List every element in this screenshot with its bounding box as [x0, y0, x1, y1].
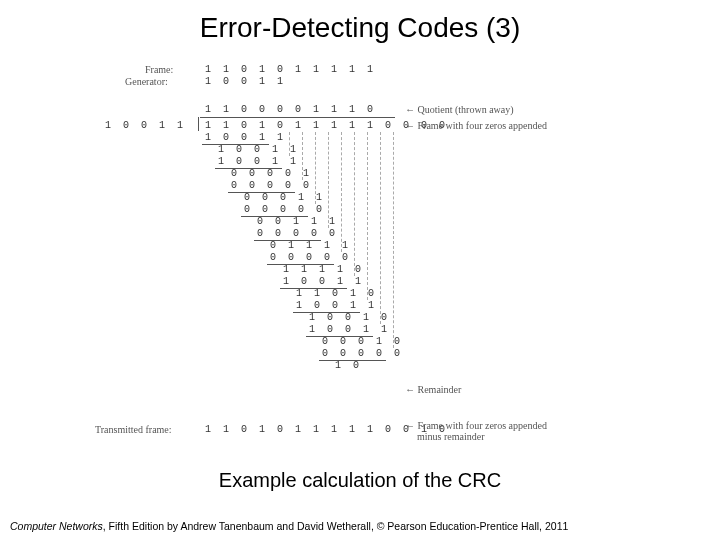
division-corner — [198, 117, 199, 131]
step-row: 0 0 0 1 0 — [322, 336, 403, 347]
footer-rest: , Fifth Edition by Andrew Tanenbaum and … — [103, 520, 569, 532]
step-row: 0 0 0 0 0 — [244, 204, 325, 215]
caption: Example calculation of the CRC — [0, 469, 720, 492]
carry-line — [380, 132, 381, 324]
footer: Computer Networks, Fifth Edition by Andr… — [10, 520, 710, 532]
divisor-left: 1 0 0 1 1 — [105, 120, 186, 131]
step-row: 0 0 0 0 0 — [257, 228, 338, 239]
step-row: 1 0 0 1 1 — [218, 144, 299, 155]
quotient-note: ← Quotient (thrown away) — [405, 104, 514, 115]
step-row: 1 0 0 1 0 — [309, 312, 390, 323]
step-row: 1 1 0 1 0 — [296, 288, 377, 299]
footer-book: Computer Networks — [10, 520, 103, 532]
step-row: 1 0 0 1 1 — [205, 132, 286, 143]
carry-line — [328, 132, 329, 228]
tx-note-a: Frame with four zeros appended — [418, 420, 547, 431]
generator-label: Generator: — [125, 76, 168, 87]
step-row: 0 0 0 0 0 — [322, 348, 403, 359]
step-row: 0 0 0 1 1 — [244, 192, 325, 203]
step-row: 1 0 0 1 1 — [296, 300, 377, 311]
quotient-bits: 1 1 0 0 0 0 1 1 1 0 — [205, 104, 376, 115]
dividend-note-text: Frame with four zeros appended — [418, 120, 547, 131]
step-row: 1 0 0 1 1 — [309, 324, 390, 335]
dividend-note: ← Frame with four zeros appended — [405, 120, 547, 131]
step-row: 0 0 0 0 0 — [270, 252, 351, 263]
step-row: 1 0 0 1 1 — [218, 156, 299, 167]
step-row: 0 0 0 0 0 — [231, 180, 312, 191]
remainder-note-text: Remainder — [418, 384, 462, 395]
step-row: 1 0 0 1 1 — [283, 276, 364, 287]
step-row: 1 1 1 1 0 — [283, 264, 364, 275]
tx-label: Transmitted frame: — [95, 424, 172, 435]
step-row: 0 1 1 1 1 — [270, 240, 351, 251]
tx-note-b: minus remainder — [417, 431, 484, 442]
step-row: 1 0 — [335, 360, 362, 371]
frame-bits: 1 1 0 1 0 1 1 1 1 1 — [205, 64, 376, 75]
carry-line — [393, 132, 394, 348]
slide-title: Error-Detecting Codes (3) — [0, 12, 720, 44]
frame-label: Frame: — [145, 64, 173, 75]
carry-line — [367, 132, 368, 300]
remainder-note: ← Remainder — [405, 384, 461, 395]
step-row: 0 0 1 1 1 — [257, 216, 338, 227]
carry-line — [354, 132, 355, 276]
quotient-note-text: Quotient (thrown away) — [418, 104, 514, 115]
carry-line — [341, 132, 342, 252]
division-bar — [200, 117, 395, 118]
tx-note: ← Frame with four zeros appended — [405, 420, 547, 431]
generator-bits: 1 0 0 1 1 — [205, 76, 286, 87]
step-row: 0 0 0 0 1 — [231, 168, 312, 179]
